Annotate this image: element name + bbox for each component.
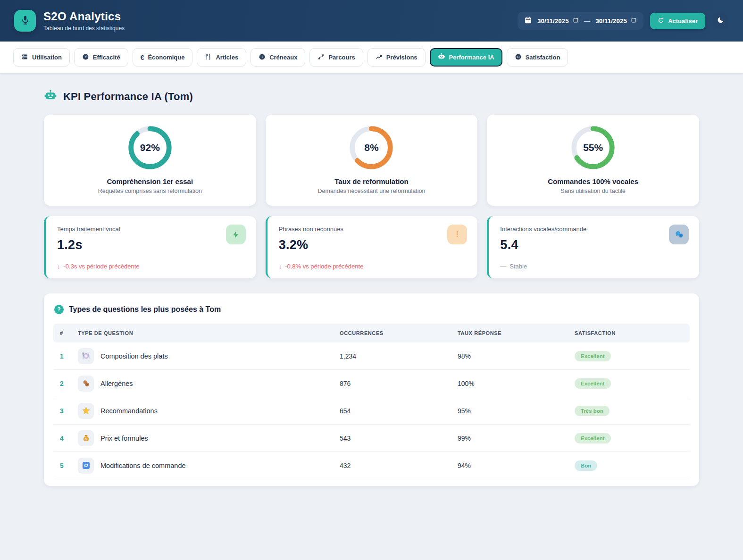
table-row: 5 Modifications de commande 432 94% Bon — [53, 452, 690, 479]
stat-value: 3.2% — [279, 238, 467, 252]
donut-value: 55% — [570, 125, 616, 170]
app-title: S2O Analytics — [43, 10, 125, 23]
stat-card-temps-vocal: Temps traitement vocal 1.2s ↓ -0.3s vs p… — [44, 216, 256, 278]
section-title: KPI Performance IA (Tom) — [63, 91, 193, 103]
row-rank: 4 — [60, 435, 78, 442]
stat-title: Phrases non reconnues — [279, 226, 467, 233]
tab-performance-ia[interactable]: Performance IA — [430, 48, 502, 67]
alert-icon: ! — [447, 225, 467, 244]
gauge-icon — [82, 53, 89, 62]
tab-creneaux[interactable]: Créneaux — [250, 48, 305, 67]
chart-line-icon — [376, 53, 383, 62]
donut-card-vocal: 55% Commandes 100% vocales Sans utilisat… — [487, 115, 699, 206]
tab-previsions[interactable]: Prévisions — [367, 48, 426, 67]
tab-efficacite[interactable]: Efficacité — [74, 48, 128, 67]
row-rank: 3 — [60, 407, 78, 415]
row-rank: 5 — [60, 462, 78, 469]
tab-bar: Utilisation Efficacité € Économique Arti… — [0, 42, 743, 73]
col-rank: # — [60, 330, 78, 336]
col-satisfaction: Satisfaction — [575, 330, 683, 336]
clock-icon — [259, 53, 266, 62]
calendar-icon — [524, 16, 532, 25]
question-circle-icon: ? — [54, 305, 64, 314]
donut-label: Commandes 100% vocales — [496, 177, 690, 185]
tab-utilisation[interactable]: Utilisation — [13, 48, 70, 67]
satisfaction-badge: Bon — [575, 460, 597, 471]
tab-economique[interactable]: € Économique — [133, 48, 193, 67]
questions-title: Types de questions les plus posées à Tom — [69, 305, 221, 314]
row-rank: 2 — [60, 380, 78, 387]
satisfaction-badge: Excellent — [575, 378, 611, 389]
occurrences-value: 1,234 — [340, 352, 458, 360]
donut-chart: 55% — [570, 125, 616, 170]
tab-satisfaction[interactable]: Satisfaction — [507, 48, 568, 67]
donut-label: Taux de reformulation — [275, 177, 468, 185]
tab-articles[interactable]: Articles — [197, 48, 246, 67]
arrow-down-icon: ↓ — [57, 263, 60, 270]
date-from-input[interactable]: 30/11/2025 — [537, 17, 579, 25]
svg-text:$: $ — [85, 437, 87, 441]
stat-title: Temps traitement vocal — [57, 226, 245, 233]
question-label: Modifications de commande — [100, 462, 186, 469]
stat-row: Temps traitement vocal 1.2s ↓ -0.3s vs p… — [44, 216, 699, 278]
robot-section-icon — [44, 89, 57, 104]
stat-value: 5.4 — [500, 238, 688, 252]
donut-chart: 92% — [127, 125, 173, 170]
donut-chart: 8% — [349, 125, 394, 170]
donut-label: Compréhension 1er essai — [53, 177, 247, 185]
stat-value: 1.2s — [57, 238, 245, 252]
question-label: Prix et formules — [100, 435, 148, 442]
refresh-label: Actualiser — [668, 17, 698, 25]
response-rate-value: 95% — [458, 407, 575, 415]
donut-value: 8% — [349, 125, 394, 170]
donut-kpi-row: 92% Compréhension 1er essai Requêtes com… — [44, 115, 699, 206]
app-logo — [14, 10, 36, 32]
smiley-icon — [515, 53, 522, 62]
table-row: 2 Allergènes 876 100% Excellent — [53, 370, 690, 397]
row-rank: 1 — [60, 352, 78, 360]
response-rate-value: 99% — [458, 435, 575, 442]
arrow-down-icon: ↓ — [279, 263, 282, 270]
date-range-separator: — — [584, 17, 591, 25]
microphone-icon — [20, 15, 30, 27]
stat-card-phrases: Phrases non reconnues ! 3.2% ↓ -0.8% vs … — [266, 216, 478, 278]
date-range-picker: 30/11/2025 — 30/11/2025 — [518, 12, 643, 30]
question-label: Recommandations — [100, 407, 158, 415]
occurrences-value: 654 — [340, 407, 458, 415]
order-refresh-icon — [78, 458, 94, 474]
stat-trend: ↓ -0.3s vs période précédente — [57, 263, 140, 270]
brand: S2O Analytics Tableau de bord des statis… — [14, 10, 125, 32]
col-occurrences: Occurrences — [340, 330, 458, 336]
response-rate-value: 94% — [458, 462, 575, 469]
donut-card-reformulation: 8% Taux de reformulation Demandes nécess… — [266, 115, 478, 206]
main-content: KPI Performance IA (Tom) 92% Compréhensi… — [0, 73, 743, 486]
date-picker-indicator-icon[interactable] — [631, 17, 637, 25]
col-type: Type de question — [78, 330, 340, 336]
date-to-value[interactable]: 30/11/2025 — [595, 17, 627, 25]
plate-icon — [78, 348, 94, 364]
chat-bubbles-icon — [669, 225, 689, 244]
occurrences-value: 432 — [340, 462, 458, 469]
donut-sublabel: Sans utilisation du tactile — [496, 188, 690, 194]
date-to-input[interactable]: 30/11/2025 — [595, 17, 637, 25]
route-icon — [317, 53, 325, 62]
stat-card-interactions: Interactions vocales/commande 5.4 — Stab… — [487, 216, 699, 278]
occurrences-value: 543 — [340, 435, 458, 442]
tab-parcours[interactable]: Parcours — [309, 48, 363, 67]
stat-title: Interactions vocales/commande — [500, 226, 688, 233]
question-label: Composition des plats — [100, 352, 168, 360]
refresh-button[interactable]: Actualiser — [650, 13, 705, 29]
date-from-value[interactable]: 30/11/2025 — [537, 17, 569, 25]
occurrences-value: 876 — [340, 380, 458, 387]
stable-dash-icon: — — [500, 263, 506, 270]
stat-trend: ↓ -0.8% vs période précédente — [279, 263, 364, 270]
dark-mode-toggle[interactable] — [712, 12, 729, 29]
app-header: S2O Analytics Tableau de bord des statis… — [0, 0, 743, 42]
date-picker-indicator-icon[interactable] — [573, 17, 579, 25]
moneybag-icon: $ — [78, 430, 94, 446]
euro-icon: € — [141, 54, 144, 61]
donut-value: 92% — [127, 125, 173, 170]
moon-icon — [717, 16, 725, 25]
table-row: 1 Composition des plats 1,234 98% Excell… — [53, 343, 690, 370]
table-row: 4 $ Prix et formules 543 99% Excellent — [53, 425, 690, 452]
